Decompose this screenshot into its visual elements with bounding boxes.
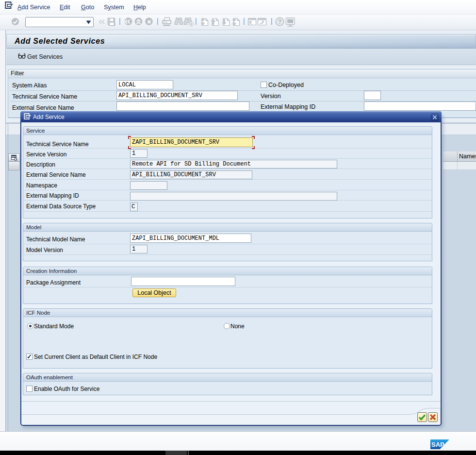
svg-text:SAP: SAP: [431, 441, 444, 448]
svg-text:?: ?: [278, 18, 282, 25]
